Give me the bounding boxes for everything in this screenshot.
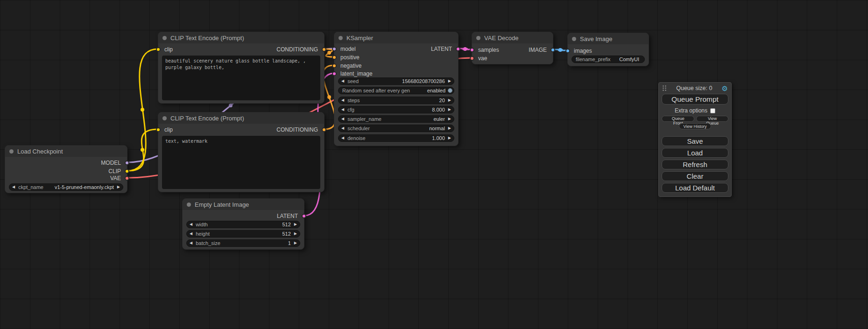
widget-label: cfg bbox=[347, 107, 354, 112]
increment-arrow-icon[interactable]: ▶ bbox=[117, 185, 120, 189]
node-ksampler[interactable]: KSampler model positive negative latent_… bbox=[334, 32, 459, 146]
decrement-arrow-icon[interactable]: ◀ bbox=[341, 108, 344, 112]
node-clip-text-encode-negative[interactable]: CLIP Text Encode (Prompt) clip CONDITION… bbox=[158, 112, 325, 192]
node-collapse-icon[interactable] bbox=[187, 203, 191, 207]
wire-midpoint-dot[interactable] bbox=[229, 104, 233, 107]
settings-gear-icon[interactable]: ⚙ bbox=[722, 85, 728, 92]
filename-prefix-widget[interactable]: filename_prefix ComfyUI bbox=[572, 56, 645, 63]
decrement-arrow-icon[interactable]: ◀ bbox=[341, 98, 344, 102]
increment-arrow-icon[interactable]: ▶ bbox=[448, 108, 451, 112]
input-pin-vae[interactable] bbox=[470, 56, 474, 61]
view-history-row: View History bbox=[662, 123, 728, 129]
node-vae-decode[interactable]: VAE Decode samples vae IMAGE bbox=[472, 32, 553, 64]
increment-arrow-icon[interactable]: ▶ bbox=[448, 117, 451, 121]
input-label-negative: negative bbox=[340, 63, 361, 69]
input-pin-images[interactable] bbox=[565, 49, 570, 53]
decrement-arrow-icon[interactable]: ◀ bbox=[341, 136, 344, 140]
drag-handle-icon[interactable] bbox=[662, 85, 667, 91]
clear-button[interactable]: Clear bbox=[662, 171, 728, 181]
decrement-arrow-icon[interactable]: ◀ bbox=[12, 185, 15, 189]
prompt-textarea[interactable]: beautiful scenery nature glass bottle la… bbox=[162, 56, 320, 100]
queue-panel-header: Queue size: 0 ⚙ bbox=[662, 84, 728, 92]
save-button[interactable]: Save bbox=[662, 136, 728, 146]
widget-label: width bbox=[196, 222, 208, 227]
input-label-model: model bbox=[340, 46, 356, 52]
input-pin-negative[interactable] bbox=[332, 63, 337, 68]
decrement-arrow-icon[interactable]: ◀ bbox=[341, 79, 344, 83]
output-pin-latent[interactable] bbox=[456, 47, 460, 51]
queue-front-button[interactable]: Queue Front bbox=[662, 116, 694, 122]
node-header[interactable]: Save Image bbox=[568, 33, 649, 44]
cfg-widget[interactable]: ◀ cfg 8.000 ▶ bbox=[338, 106, 454, 113]
decrement-arrow-icon[interactable]: ◀ bbox=[190, 223, 192, 226]
wire-midpoint-dot[interactable] bbox=[141, 148, 144, 152]
batch-size-widget[interactable]: ◀ batch_size 1 ▶ bbox=[186, 239, 300, 247]
increment-arrow-icon[interactable]: ▶ bbox=[294, 232, 297, 236]
width-widget[interactable]: ◀ width 512 ▶ bbox=[186, 221, 300, 228]
seed-widget[interactable]: ◀ seed 156680208700286 ▶ bbox=[338, 77, 454, 85]
view-queue-button[interactable]: View Queue bbox=[696, 116, 728, 122]
increment-arrow-icon[interactable]: ▶ bbox=[448, 136, 451, 140]
node-collapse-icon[interactable] bbox=[572, 37, 576, 41]
load-button[interactable]: Load bbox=[662, 148, 728, 158]
output-pin-clip[interactable] bbox=[125, 169, 129, 174]
wire-midpoint-dot[interactable] bbox=[558, 48, 562, 52]
node-clip-text-encode-positive[interactable]: CLIP Text Encode (Prompt) clip CONDITION… bbox=[158, 32, 325, 104]
node-collapse-icon[interactable] bbox=[162, 36, 167, 40]
node-header[interactable]: Load Checkpoint bbox=[5, 146, 127, 157]
node-collapse-icon[interactable] bbox=[476, 36, 480, 40]
output-pin-conditioning[interactable] bbox=[322, 127, 326, 132]
wire-midpoint-dot[interactable] bbox=[463, 47, 467, 51]
decrement-arrow-icon[interactable]: ◀ bbox=[190, 241, 192, 245]
decrement-arrow-icon[interactable]: ◀ bbox=[341, 126, 344, 130]
view-history-button[interactable]: View History bbox=[679, 123, 712, 129]
extra-options-checkbox[interactable] bbox=[710, 108, 715, 113]
increment-arrow-icon[interactable]: ▶ bbox=[294, 241, 297, 245]
input-pin-samples[interactable] bbox=[470, 48, 474, 52]
toggle-knob-icon[interactable] bbox=[448, 88, 452, 93]
decrement-arrow-icon[interactable]: ◀ bbox=[341, 117, 344, 121]
increment-arrow-icon[interactable]: ▶ bbox=[448, 98, 451, 102]
ckpt-name-widget[interactable]: ◀ ckpt_name v1-5-pruned-emaonly.ckpt ▶ bbox=[9, 183, 123, 191]
input-pin-clip[interactable] bbox=[156, 47, 161, 52]
output-pin-conditioning[interactable] bbox=[322, 47, 326, 52]
increment-arrow-icon[interactable]: ▶ bbox=[294, 223, 297, 226]
node-collapse-icon[interactable] bbox=[162, 116, 167, 120]
load-default-button[interactable]: Load Default bbox=[662, 183, 728, 193]
wire-midpoint-dot[interactable] bbox=[327, 95, 331, 99]
scheduler-widget[interactable]: ◀ scheduler normal ▶ bbox=[338, 125, 454, 132]
prompt-textarea[interactable]: text, watermark bbox=[162, 136, 320, 189]
queue-prompt-button[interactable]: Queue Prompt bbox=[662, 94, 728, 105]
output-pin-image[interactable] bbox=[550, 48, 555, 52]
sampler-name-widget[interactable]: ◀ sampler_name euler ▶ bbox=[338, 115, 454, 123]
steps-widget[interactable]: ◀ steps 20 ▶ bbox=[338, 97, 454, 104]
refresh-button[interactable]: Refresh bbox=[662, 160, 728, 169]
node-collapse-icon[interactable] bbox=[339, 36, 343, 40]
node-load-checkpoint[interactable]: Load Checkpoint MODEL CLIP VAE ◀ ckpt_na… bbox=[5, 145, 127, 193]
node-header[interactable]: KSampler bbox=[334, 32, 458, 43]
height-widget[interactable]: ◀ height 512 ▶ bbox=[186, 230, 300, 238]
node-header[interactable]: CLIP Text Encode (Prompt) bbox=[158, 112, 324, 124]
input-pin-model[interactable] bbox=[332, 47, 337, 51]
node-header[interactable]: CLIP Text Encode (Prompt) bbox=[158, 32, 324, 43]
output-label-vae: VAE bbox=[110, 175, 121, 182]
node-header[interactable]: Empty Latent Image bbox=[183, 199, 304, 210]
node-collapse-icon[interactable] bbox=[9, 149, 14, 154]
random-seed-toggle-widget[interactable]: Random seed after every gen enabled bbox=[338, 87, 454, 94]
wire-midpoint-dot[interactable] bbox=[327, 51, 331, 55]
input-pin-clip[interactable] bbox=[156, 127, 161, 132]
increment-arrow-icon[interactable]: ▶ bbox=[448, 126, 451, 130]
widget-label: steps bbox=[347, 98, 360, 103]
increment-arrow-icon[interactable]: ▶ bbox=[448, 79, 451, 83]
wire-midpoint-dot[interactable] bbox=[141, 108, 144, 112]
input-pin-latent-image[interactable] bbox=[332, 71, 337, 76]
node-empty-latent-image[interactable]: Empty Latent Image LATENT ◀ width 512 ▶ … bbox=[182, 198, 304, 250]
node-header[interactable]: VAE Decode bbox=[472, 32, 553, 43]
decrement-arrow-icon[interactable]: ◀ bbox=[190, 232, 192, 236]
input-pin-positive[interactable] bbox=[332, 55, 337, 60]
output-pin-latent[interactable] bbox=[302, 214, 306, 218]
node-save-image[interactable]: Save Image images filename_prefix ComfyU… bbox=[567, 33, 649, 66]
output-pin-model[interactable] bbox=[125, 161, 129, 165]
output-pin-vae[interactable] bbox=[125, 176, 129, 181]
denoise-widget[interactable]: ◀ denoise 1.000 ▶ bbox=[338, 134, 454, 142]
